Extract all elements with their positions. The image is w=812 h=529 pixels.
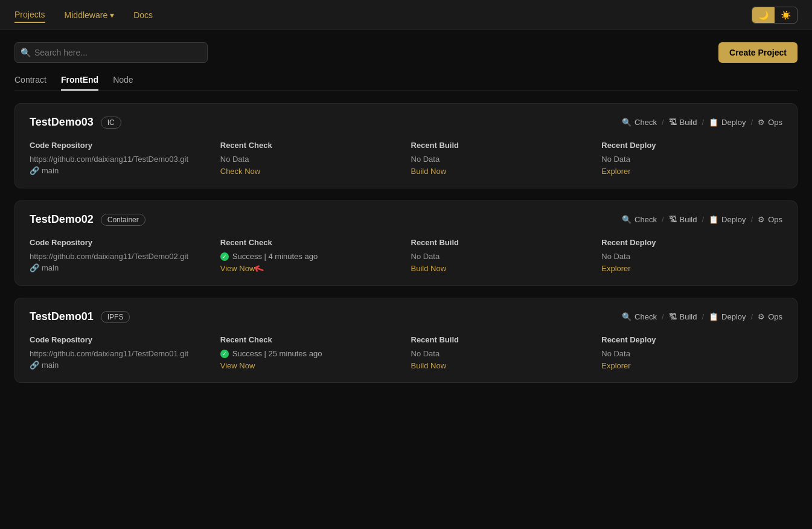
explorer-link[interactable]: Explorer [601,264,630,273]
repo-url: https://github.com/daixiang11/TestDemo03… [30,155,211,164]
ops-action[interactable]: ⚙ Ops [758,215,782,224]
project-badge: IC [101,117,121,129]
explorer-link[interactable]: Explorer [601,167,630,176]
recent-build-section: Recent Build No Data Build Now [411,141,592,176]
nav-middleware[interactable]: Middleware ▾ [65,8,115,22]
build-now-link[interactable]: Build Now [411,264,447,273]
deploy-status: No Data [601,252,782,261]
recent-deploy-section: Recent Deploy No Data Explorer [601,238,782,273]
success-icon: ✓ [220,252,229,261]
build-action[interactable]: 🏗 Build [669,215,697,224]
project-badge: IPFS [101,311,130,323]
project-name: TestDemo03 [30,116,94,129]
deploy-icon: 📋 [709,118,718,127]
project-badge: Container [101,214,145,226]
link-icon: 🔗 [30,166,39,175]
theme-toggle: 🌙 ☀️ [752,7,798,24]
recent-deploy-section: Recent Deploy No Data Explorer [601,335,782,370]
repo-section: Code Repository https://github.com/daixi… [30,335,211,370]
project-name: TestDemo01 [30,310,94,323]
project-card-testdemo03: TestDemo03 IC 🔍 Check / 🏗 Build / 📋 Depl… [14,103,798,188]
check-action[interactable]: 🔍 Check [622,312,657,321]
recent-check-section: Recent Check No Data Check Now [220,141,401,176]
card-header: TestDemo03 IC 🔍 Check / 🏗 Build / 📋 Depl… [30,116,782,129]
deploy-icon: 📋 [709,215,718,224]
deploy-action[interactable]: 📋 Deploy [709,312,746,321]
deploy-action[interactable]: 📋 Deploy [709,215,746,224]
dark-mode-button[interactable]: 🌙 [752,7,775,23]
build-icon: 🏗 [669,118,677,127]
view-now-link[interactable]: View Now [220,361,255,370]
deploy-action[interactable]: 📋 Deploy [709,118,746,127]
search-icon: 🔍 [622,118,631,127]
repo-branch: 🔗 main [30,166,211,175]
nav-docs[interactable]: Docs [133,8,153,22]
build-label: Recent Build [411,238,592,247]
card-body: Code Repository https://github.com/daixi… [30,238,782,273]
view-now-link[interactable]: View Now [220,264,255,273]
deploy-label: Recent Deploy [601,335,782,344]
success-icon: ✓ [220,350,229,358]
tab-contract[interactable]: Contract [14,75,46,91]
repo-url: https://github.com/daixiang11/TestDemo01… [30,349,211,358]
card-body: Code Repository https://github.com/daixi… [30,335,782,370]
check-status-badge: ✓ Success | 25 minutes ago [220,349,401,358]
create-project-button[interactable]: Create Project [718,42,798,63]
chevron-down-icon: ▾ [110,10,114,20]
build-now-link[interactable]: Build Now [411,167,447,176]
check-now-link[interactable]: Check Now [220,167,260,176]
search-icon: 🔍 [622,312,631,321]
repo-branch: 🔗 main [30,263,211,272]
deploy-label: Recent Deploy [601,141,782,150]
card-actions: 🔍 Check / 🏗 Build / 📋 Deploy / ⚙ Ops [622,215,782,224]
project-name: TestDemo02 [30,213,94,226]
build-status: No Data [411,252,592,261]
build-action[interactable]: 🏗 Build [669,312,697,321]
project-card-testdemo02: TestDemo02 Container 🔍 Check / 🏗 Build /… [14,200,798,286]
explorer-link[interactable]: Explorer [601,361,630,370]
card-header: TestDemo01 IPFS 🔍 Check / 🏗 Build / 📋 De… [30,310,782,323]
ops-action[interactable]: ⚙ Ops [758,118,782,127]
repo-label: Code Repository [30,335,211,344]
repo-section: Code Repository https://github.com/daixi… [30,141,211,176]
link-icon: 🔗 [30,263,39,272]
ops-action[interactable]: ⚙ Ops [758,312,782,321]
deploy-icon: 📋 [709,312,718,321]
check-status-text: Success | 25 minutes ago [232,349,322,358]
build-label: Recent Build [411,141,592,150]
check-status-badge: ✓ Success | 4 minutes ago [220,252,401,261]
build-now-link[interactable]: Build Now [411,361,447,370]
search-input[interactable] [14,42,208,63]
tab-frontend[interactable]: FrontEnd [61,75,98,91]
card-header: TestDemo02 Container 🔍 Check / 🏗 Build /… [30,213,782,226]
search-wrapper: 🔍 [14,42,208,63]
recent-deploy-section: Recent Deploy No Data Explorer [601,141,782,176]
search-bar-row: 🔍 Create Project [14,42,798,63]
check-action[interactable]: 🔍 Check [622,215,657,224]
build-status: No Data [411,155,592,164]
build-action[interactable]: 🏗 Build [669,118,697,127]
recent-build-section: Recent Build No Data Build Now [411,238,592,273]
tabs-row: Contract FrontEnd Node [14,75,798,91]
light-mode-button[interactable]: ☀️ [775,7,797,23]
deploy-status: No Data [601,155,782,164]
search-icon: 🔍 [21,48,31,57]
check-label: Recent Check [220,335,401,344]
check-action[interactable]: 🔍 Check [622,118,657,127]
recent-build-section: Recent Build No Data Build Now [411,335,592,370]
nav-projects[interactable]: Projects [14,7,45,23]
recent-check-section: Recent Check ✓ Success | 4 minutes ago V… [220,238,401,273]
top-navigation: Projects Middleware ▾ Docs 🌙 ☀️ [0,0,812,30]
tab-node[interactable]: Node [113,75,133,91]
repo-section: Code Repository https://github.com/daixi… [30,238,211,273]
build-icon: 🏗 [669,312,677,321]
recent-check-section: Recent Check ✓ Success | 25 minutes ago … [220,335,401,370]
project-card-testdemo01: TestDemo01 IPFS 🔍 Check / 🏗 Build / 📋 De… [14,298,798,383]
repo-branch: 🔗 main [30,361,211,370]
card-actions: 🔍 Check / 🏗 Build / 📋 Deploy / ⚙ Ops [622,118,782,127]
main-content: 🔍 Create Project Contract FrontEnd Node … [0,30,812,407]
ops-icon: ⚙ [758,312,765,321]
check-status-text: Success | 4 minutes ago [232,252,318,261]
link-icon: 🔗 [30,361,39,370]
deploy-label: Recent Deploy [601,238,782,247]
